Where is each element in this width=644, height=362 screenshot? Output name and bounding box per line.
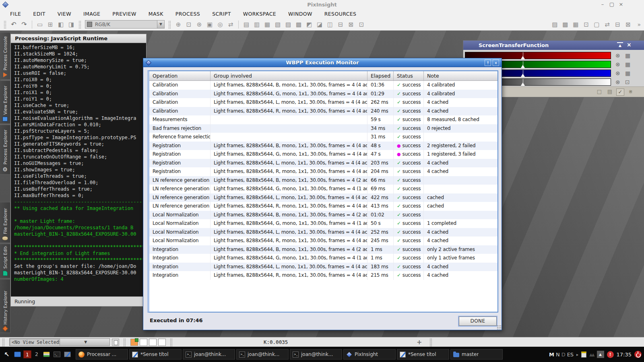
menu-item[interactable]: PROCESS (169, 10, 206, 18)
keyboard-indicator[interactable]: ES (567, 352, 574, 358)
table-row[interactable]: Integration Light frames, 8288x5644, R, … (149, 271, 497, 280)
menu-item[interactable]: FILE (4, 10, 27, 18)
table-row[interactable]: Registration Light frames, 8288x5644, G,… (149, 150, 497, 159)
table-row[interactable]: Bad frames rejection 34 ms success 0 rej… (149, 124, 497, 133)
shade-icon[interactable]: ▲ (617, 42, 623, 47)
clock[interactable]: 17:35 (617, 352, 632, 358)
column-header[interactable]: Note (424, 71, 497, 80)
image-check-icon[interactable]: ▩ (560, 21, 570, 28)
close-window-icon[interactable]: ⊠ (623, 21, 633, 28)
crosshair-icon[interactable]: ⊕ (173, 21, 184, 28)
close-view-icon[interactable]: ⊟ (612, 21, 623, 28)
workspace-2-button[interactable]: 2 (33, 350, 41, 358)
stf-midtone-marker[interactable] (521, 82, 525, 86)
sidebar-tab[interactable]: Process Explorer (0, 125, 10, 175)
stf-titlebar[interactable]: ScreenTransferFunction ▲ × (463, 41, 644, 50)
table-row[interactable]: Integration Light frames, 8288x5644, L, … (149, 263, 497, 272)
sidebar-tab[interactable]: File Explorer (0, 202, 10, 243)
rename-view-icon[interactable]: ▭ (35, 21, 45, 28)
fit-view-icon[interactable]: ⊡ (184, 21, 194, 28)
color-swatch[interactable] (140, 339, 147, 346)
menu-item[interactable]: IMAGE (77, 10, 106, 18)
table-row[interactable]: Local Normalization Light frames, 8288x5… (149, 219, 497, 228)
image-mode-5-icon[interactable]: ▨ (283, 21, 293, 28)
menu-item[interactable]: RESOURCES (318, 10, 363, 18)
sidebar-tab[interactable]: View Explorer (0, 80, 10, 124)
editor-launcher-icon[interactable] (63, 350, 72, 359)
table-row[interactable]: LN reference generation Light frames, 82… (149, 193, 497, 202)
table-row[interactable]: Integration Light frames, 8288x5644, G, … (149, 254, 497, 263)
sample-color-swatch[interactable] (130, 339, 138, 346)
enable-stf-icon[interactable]: ✓ (616, 88, 624, 96)
menu-item[interactable]: SCRIPT (206, 10, 237, 18)
taskbar-window-button[interactable]: joan@think... (236, 349, 289, 360)
terminal-launcher-icon[interactable]: ›_ (52, 350, 61, 359)
link-rgb-icon[interactable]: ▦ (625, 70, 630, 76)
color-swatch[interactable] (149, 339, 157, 346)
resize-grip[interactable] (497, 325, 502, 330)
target-icon[interactable]: ◎ (215, 21, 225, 28)
toolbar-drag-handle[interactable] (168, 21, 171, 29)
menu-item[interactable]: WORKSPACE (237, 10, 282, 18)
reset-channel-icon[interactable]: ⊗ (615, 52, 620, 59)
preview-left-icon[interactable]: ◧ (56, 21, 66, 28)
table-row[interactable]: Integration Light frames, 8288x5644, B, … (149, 245, 497, 254)
menu-item[interactable]: WINDOW (282, 10, 318, 18)
tray-up-arrow-icon[interactable]: ▲ (597, 351, 604, 358)
sidebar-tab[interactable]: Process Console (0, 32, 10, 80)
notifications-icon[interactable]: ▲▲ (589, 352, 594, 357)
cursor-icon[interactable]: ↖ (2, 350, 11, 359)
workspace-1-button[interactable]: 1 (23, 350, 31, 358)
column-header[interactable]: Elapsed (367, 71, 394, 80)
image-mode-1-icon[interactable]: ▤ (241, 21, 252, 28)
table-row[interactable]: LN reference generation Light frames, 82… (149, 185, 497, 193)
monitor-icon[interactable]: ⊡ (581, 21, 591, 28)
table-row[interactable]: Calibration Light frames, 8288x5644, G, … (149, 90, 497, 99)
image-mode-6-icon[interactable]: ▩ (293, 21, 304, 28)
table-row[interactable]: Calibration Light frames, 8288x5644, L, … (149, 98, 497, 107)
statusbar-drag-handle[interactable] (170, 338, 173, 346)
table-row[interactable]: Reference frame selection 31 ms success (149, 133, 497, 142)
statusbar-crosshair-icon[interactable]: + (417, 338, 422, 346)
maximize-button[interactable]: ▢ (609, 1, 615, 7)
reset-zoom-icon[interactable]: ⊛ (194, 21, 204, 28)
statusbar-drag-handle[interactable] (2, 338, 5, 346)
sidebar-tab[interactable]: History Explorer (0, 279, 10, 333)
menu-item[interactable]: EDIT (27, 10, 51, 18)
redo-icon[interactable]: ↷ (19, 21, 29, 28)
sidebar-tab[interactable]: Script Editor (0, 244, 10, 278)
statusbar-drag-handle[interactable] (429, 338, 432, 346)
chevron-down-icon[interactable]: ▼ (157, 21, 164, 28)
taskbar-window-button[interactable]: joan@think... (183, 349, 235, 360)
image-mode-3-icon[interactable]: ▦ (262, 21, 272, 28)
clipboard-icon[interactable] (581, 352, 586, 358)
new-instance-icon[interactable]: ▤ (606, 88, 614, 96)
close-dialog-button[interactable]: × (493, 60, 499, 66)
link-rgb-icon[interactable]: ▦ (625, 61, 630, 68)
edit-stf-icon[interactable]: □ (595, 88, 603, 96)
taskbar-window-button[interactable]: PixInsight (343, 349, 396, 360)
stf-midtone-marker[interactable] (521, 56, 525, 59)
layers-icon[interactable] (42, 350, 51, 359)
dialog-titlebar[interactable]: WBPP Execution Monitor ↑× (143, 58, 502, 67)
keyboard-indicator[interactable]: M (549, 352, 554, 358)
table-row[interactable]: Registration Light frames, 8288x5644, R,… (149, 167, 497, 176)
keyboard-indicator[interactable]: D (561, 352, 566, 358)
reset-channel-icon[interactable]: ⊗ (615, 61, 620, 68)
close-icon[interactable]: × (627, 41, 632, 48)
column-header[interactable]: Group involved (211, 71, 367, 80)
table-row[interactable]: LN reference generation Light frames, 82… (149, 202, 497, 211)
monitor-24-icon[interactable]: ▢ (591, 21, 602, 28)
keyboard-indicator[interactable]: N (556, 352, 560, 358)
image-mode-11-icon[interactable]: ⊠ (346, 21, 356, 28)
taskbar-window-button[interactable]: master (450, 349, 503, 360)
done-button[interactable]: DONE (459, 317, 497, 326)
menu-item[interactable]: MASK (142, 10, 169, 18)
zoom-fit-icon[interactable]: ⋇ (627, 88, 635, 96)
undo-icon[interactable]: ↶ (8, 21, 19, 28)
image-mode-9-icon[interactable]: ◫ (325, 21, 335, 28)
taskbar-window-button[interactable]: *Sense títol (397, 349, 449, 360)
image-mode-8-icon[interactable]: ◪ (314, 21, 325, 28)
table-row[interactable]: Local Normalization Light frames, 8288x5… (149, 237, 497, 245)
shade-button[interactable]: ↑ (485, 60, 491, 66)
